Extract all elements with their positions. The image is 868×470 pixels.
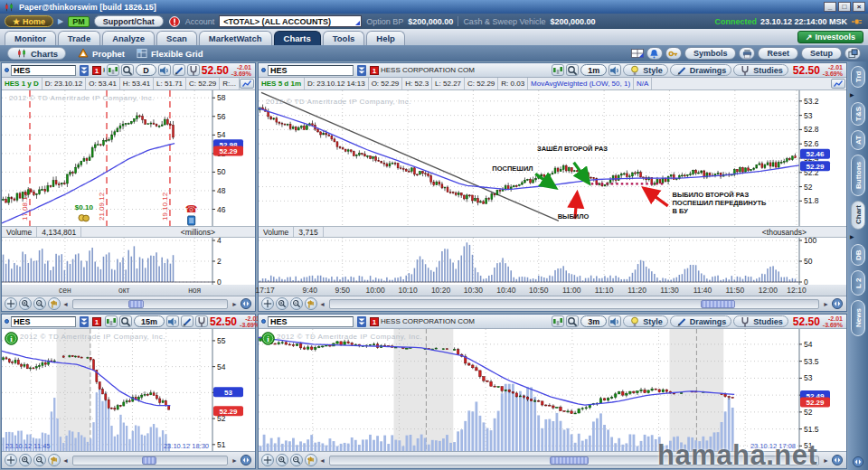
info-icon[interactable]: i	[5, 332, 18, 345]
home-button[interactable]: ★Home	[5, 15, 53, 27]
announce-icon[interactable]	[609, 315, 621, 327]
side-tab-trd[interactable]: Trd	[851, 66, 865, 88]
info-icon[interactable]: i	[261, 332, 275, 345]
pattern-icon[interactable]	[107, 64, 119, 76]
zoom-tool-icon[interactable]	[566, 315, 579, 327]
tab-trade[interactable]: Trade	[58, 31, 100, 45]
symbol-dropdown-icon[interactable]	[78, 315, 90, 327]
studies-icon[interactable]	[195, 315, 208, 327]
sidebar-collapse-arrow[interactable]: ▶	[850, 92, 854, 98]
tab-tools[interactable]: Tools	[323, 31, 365, 45]
zoom-in-button[interactable]	[276, 454, 288, 466]
timeframe-button[interactable]: D	[136, 64, 156, 76]
price-chart-area[interactable]: 2012 © TD Ameritrade IP Company, Inc. ПО…	[259, 90, 846, 226]
zoom-out-button[interactable]	[290, 297, 303, 310]
collapse-button[interactable]	[831, 455, 844, 466]
symbol-input[interactable]	[268, 65, 354, 76]
expand-arrow-icon[interactable]: ▶	[58, 17, 63, 25]
drawings-button[interactable]: Drawings	[670, 315, 732, 327]
zoom-tool-icon[interactable]	[566, 64, 579, 76]
announce-icon[interactable]	[158, 64, 171, 76]
alert-count-badge[interactable]: 1	[370, 66, 379, 75]
pan-hand-button[interactable]	[305, 297, 317, 310]
chart-style-icon[interactable]	[240, 79, 254, 89]
symbol-dropdown-icon[interactable]	[78, 64, 90, 76]
pan-hand-button[interactable]	[305, 454, 317, 466]
chart-scrollbar[interactable]	[72, 456, 228, 465]
studies-button[interactable]: Studies	[733, 315, 788, 327]
side-tab-db[interactable]: DB	[851, 244, 865, 266]
pan-hand-button[interactable]	[48, 297, 61, 310]
timeframe-button[interactable]: 3m	[580, 315, 607, 327]
scroll-right-arrow[interactable]: ►	[823, 457, 829, 464]
tab-help[interactable]: Help	[366, 31, 405, 45]
symbol-input[interactable]	[11, 316, 76, 327]
sidebar-collapse-arrow[interactable]: ▶	[850, 234, 854, 240]
crosshair-button[interactable]	[5, 297, 17, 310]
setup-button[interactable]: Setup	[801, 47, 842, 60]
zoom-in-button[interactable]	[19, 454, 32, 466]
scrollbar-thumb[interactable]	[128, 300, 144, 308]
side-tab-buttons[interactable]: Buttons	[851, 155, 865, 196]
view-charts[interactable]: Charts	[7, 47, 66, 60]
panel-handle[interactable]	[261, 68, 266, 72]
panel-handle[interactable]	[261, 319, 266, 324]
collapse-button[interactable]	[831, 298, 844, 310]
close-button[interactable]: ×	[853, 2, 865, 12]
zoom-in-button[interactable]	[19, 297, 32, 310]
zoom-in-button[interactable]	[276, 297, 288, 310]
timeframe-button[interactable]: 1m	[580, 64, 607, 76]
chart-scrollbar[interactable]	[72, 299, 228, 309]
grid-layout-icon[interactable]	[631, 48, 644, 60]
alert-exclamation-icon[interactable]	[168, 15, 181, 27]
price-chart-svg[interactable]: 5453.55352.55251.55152.4952.2923.10.12 1…	[259, 329, 846, 451]
style-button[interactable]: Style	[623, 64, 668, 76]
account-selector[interactable]: <TOTAL> (ALL ACCOUNTS)	[219, 15, 362, 27]
zoom-out-button[interactable]	[33, 297, 46, 310]
reset-button[interactable]: Reset	[758, 47, 798, 60]
symbols-button[interactable]: Symbols	[684, 47, 737, 60]
scroll-right-arrow[interactable]: ►	[231, 301, 238, 307]
price-chart-svg[interactable]: 17.08.1221.09.1219.10.12$0.10☎5856545250…	[2, 90, 255, 226]
scrollbar-thumb[interactable]	[142, 456, 156, 465]
volume-chart-area[interactable]: 100500	[259, 238, 846, 285]
crosshair-button[interactable]	[261, 297, 274, 310]
pattern-icon[interactable]	[105, 315, 118, 327]
scrollbar-thumb[interactable]	[701, 300, 735, 308]
tab-analyze[interactable]: Analyze	[102, 31, 155, 45]
side-tab-t&s[interactable]: T&S	[851, 102, 865, 126]
drawings-button[interactable]: Drawings	[670, 64, 732, 76]
minimize-button[interactable]: _	[824, 2, 836, 12]
scroll-right-arrow[interactable]: ►	[823, 301, 829, 307]
symbol-input[interactable]	[268, 316, 354, 327]
price-chart-svg[interactable]: ПОСПЕШИЛЗАШЁЛ ВТОРОЙ РАЗВЫБИЛОВЫБИЛО ВТО…	[259, 90, 846, 226]
symbol-dropdown-icon[interactable]	[355, 64, 368, 76]
tab-monitor[interactable]: Monitor	[5, 31, 56, 45]
detach-icon[interactable]	[844, 47, 861, 60]
studies-icon[interactable]	[187, 64, 200, 76]
tab-marketwatch[interactable]: MarketWatch	[199, 31, 272, 45]
announce-icon[interactable]	[609, 64, 621, 76]
tab-scan[interactable]: Scan	[156, 31, 197, 45]
side-tab-l2[interactable]: L 2	[851, 270, 865, 296]
view-flexible-grid[interactable]: Flexible Grid	[136, 47, 203, 60]
alert-count-badge[interactable]: 1	[370, 317, 379, 326]
crosshair-button[interactable]	[5, 454, 17, 466]
zoom-tool-icon[interactable]	[119, 315, 132, 327]
side-tab-chart[interactable]: Chart	[851, 201, 865, 230]
key-icon[interactable]	[665, 47, 682, 60]
symbol-dropdown-icon[interactable]	[355, 315, 368, 327]
symbol-input[interactable]	[11, 65, 76, 76]
drawings-icon[interactable]	[173, 64, 185, 76]
scroll-left-arrow[interactable]: ◄	[319, 301, 326, 307]
sidebar-collapse-button[interactable]	[852, 456, 864, 467]
scroll-right-arrow[interactable]: ►	[231, 457, 238, 464]
pm-badge[interactable]: PM	[68, 16, 90, 27]
studies-button[interactable]: Studies	[733, 64, 788, 76]
drawings-icon[interactable]	[181, 315, 193, 327]
price-chart-svg[interactable]: 55545352515352.2923.10.12 11:4523.10.12 …	[2, 329, 255, 451]
tab-charts[interactable]: Charts	[274, 31, 321, 45]
scroll-left-arrow[interactable]: ◄	[62, 457, 69, 464]
price-chart-area[interactable]: i 2012 © TD Ameritrade IP Company, Inc. …	[259, 329, 846, 451]
zoom-tool-icon[interactable]	[121, 64, 134, 76]
